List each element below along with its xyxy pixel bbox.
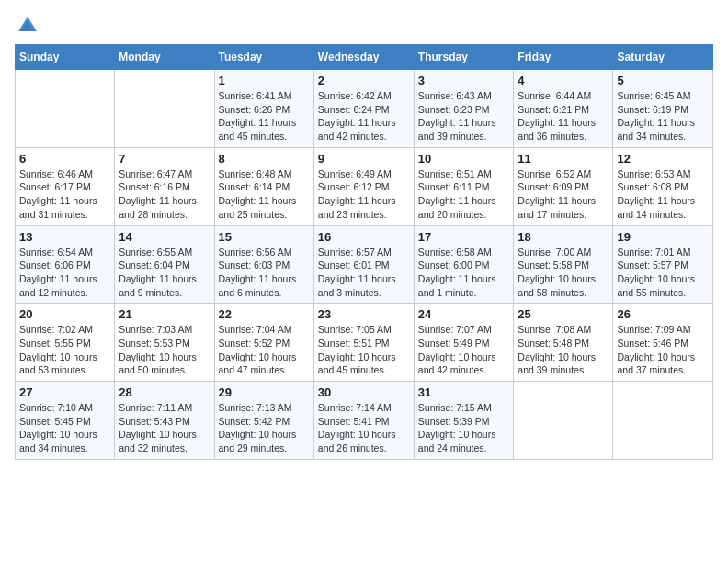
day-info: Sunrise: 6:49 AM Sunset: 6:12 PM Dayligh… <box>318 167 410 222</box>
day-info: Sunrise: 6:55 AM Sunset: 6:04 PM Dayligh… <box>119 246 210 300</box>
calendar-day-header: Saturday <box>613 45 713 70</box>
calendar-cell: 23Sunrise: 7:05 AM Sunset: 5:51 PM Dayli… <box>313 304 414 382</box>
day-number: 29 <box>219 385 310 399</box>
day-number: 12 <box>617 152 709 166</box>
calendar-cell: 2Sunrise: 6:42 AM Sunset: 6:24 PM Daylig… <box>313 70 414 148</box>
day-number: 20 <box>19 307 110 321</box>
day-number: 26 <box>617 307 709 321</box>
day-number: 4 <box>518 74 609 87</box>
day-number: 22 <box>219 307 310 321</box>
calendar-cell: 7Sunrise: 6:47 AM Sunset: 6:16 PM Daylig… <box>115 147 214 225</box>
calendar-week-row: 27Sunrise: 7:10 AM Sunset: 5:45 PM Dayli… <box>16 382 713 460</box>
day-info: Sunrise: 7:01 AM Sunset: 5:57 PM Dayligh… <box>617 246 709 300</box>
calendar-cell: 17Sunrise: 6:58 AM Sunset: 6:00 PM Dayli… <box>414 225 514 304</box>
day-number: 23 <box>318 307 410 321</box>
day-info: Sunrise: 6:46 AM Sunset: 6:17 PM Dayligh… <box>19 167 110 222</box>
day-number: 16 <box>318 230 410 244</box>
day-number: 21 <box>119 307 210 321</box>
calendar-day-header: Monday <box>115 45 214 70</box>
calendar-cell: 25Sunrise: 7:08 AM Sunset: 5:48 PM Dayli… <box>514 304 613 382</box>
day-info: Sunrise: 6:58 AM Sunset: 6:00 PM Dayligh… <box>418 246 510 300</box>
day-number: 24 <box>418 307 510 321</box>
day-number: 7 <box>119 152 210 166</box>
day-info: Sunrise: 7:03 AM Sunset: 5:53 PM Dayligh… <box>119 323 210 377</box>
day-info: Sunrise: 6:57 AM Sunset: 6:01 PM Dayligh… <box>318 246 410 300</box>
calendar-cell: 28Sunrise: 7:11 AM Sunset: 5:43 PM Dayli… <box>115 382 214 460</box>
day-info: Sunrise: 6:48 AM Sunset: 6:14 PM Dayligh… <box>219 167 310 222</box>
calendar-cell: 22Sunrise: 7:04 AM Sunset: 5:52 PM Dayli… <box>214 304 313 382</box>
day-info: Sunrise: 7:11 AM Sunset: 5:43 PM Dayligh… <box>119 401 210 455</box>
day-number: 11 <box>518 152 609 166</box>
day-number: 15 <box>219 230 310 244</box>
calendar-cell: 8Sunrise: 6:48 AM Sunset: 6:14 PM Daylig… <box>214 147 313 225</box>
calendar-cell: 20Sunrise: 7:02 AM Sunset: 5:55 PM Dayli… <box>16 304 115 382</box>
calendar-week-row: 1Sunrise: 6:41 AM Sunset: 6:26 PM Daylig… <box>16 70 713 148</box>
calendar-cell: 10Sunrise: 6:51 AM Sunset: 6:11 PM Dayli… <box>414 147 514 225</box>
calendar-cell: 29Sunrise: 7:13 AM Sunset: 5:42 PM Dayli… <box>214 382 313 460</box>
day-number: 17 <box>418 230 510 244</box>
calendar-cell: 31Sunrise: 7:15 AM Sunset: 5:39 PM Dayli… <box>414 382 514 460</box>
day-info: Sunrise: 6:42 AM Sunset: 6:24 PM Dayligh… <box>318 89 410 144</box>
day-number: 14 <box>119 230 210 244</box>
day-info: Sunrise: 7:13 AM Sunset: 5:42 PM Dayligh… <box>219 401 310 455</box>
calendar-cell: 15Sunrise: 6:56 AM Sunset: 6:03 PM Dayli… <box>214 225 313 304</box>
day-number: 25 <box>518 307 609 321</box>
day-number: 9 <box>318 152 410 166</box>
day-number: 8 <box>219 152 310 166</box>
day-info: Sunrise: 7:05 AM Sunset: 5:51 PM Dayligh… <box>318 323 410 377</box>
calendar-cell: 1Sunrise: 6:41 AM Sunset: 6:26 PM Daylig… <box>214 70 313 148</box>
calendar-cell <box>514 382 613 460</box>
day-number: 19 <box>617 230 709 244</box>
day-number: 30 <box>318 385 410 399</box>
day-number: 2 <box>318 74 410 87</box>
day-info: Sunrise: 7:02 AM Sunset: 5:55 PM Dayligh… <box>19 323 110 377</box>
day-info: Sunrise: 7:08 AM Sunset: 5:48 PM Dayligh… <box>518 323 609 377</box>
calendar-cell: 26Sunrise: 7:09 AM Sunset: 5:46 PM Dayli… <box>613 304 713 382</box>
day-info: Sunrise: 7:14 AM Sunset: 5:41 PM Dayligh… <box>318 401 410 455</box>
day-info: Sunrise: 6:41 AM Sunset: 6:26 PM Dayligh… <box>219 89 310 144</box>
calendar-day-header: Tuesday <box>214 45 313 70</box>
day-info: Sunrise: 7:09 AM Sunset: 5:46 PM Dayligh… <box>617 323 709 377</box>
calendar-cell: 5Sunrise: 6:45 AM Sunset: 6:19 PM Daylig… <box>613 70 713 148</box>
calendar-cell: 6Sunrise: 6:46 AM Sunset: 6:17 PM Daylig… <box>16 147 115 225</box>
calendar-cell <box>16 70 115 148</box>
day-info: Sunrise: 6:51 AM Sunset: 6:11 PM Dayligh… <box>418 167 510 222</box>
calendar-cell: 21Sunrise: 7:03 AM Sunset: 5:53 PM Dayli… <box>115 304 214 382</box>
calendar-cell: 30Sunrise: 7:14 AM Sunset: 5:41 PM Dayli… <box>313 382 414 460</box>
day-info: Sunrise: 6:52 AM Sunset: 6:09 PM Dayligh… <box>518 167 609 222</box>
calendar-cell: 19Sunrise: 7:01 AM Sunset: 5:57 PM Dayli… <box>613 225 713 304</box>
calendar-cell: 11Sunrise: 6:52 AM Sunset: 6:09 PM Dayli… <box>514 147 613 225</box>
page-header <box>15 15 713 37</box>
day-info: Sunrise: 7:00 AM Sunset: 5:58 PM Dayligh… <box>518 246 609 300</box>
day-info: Sunrise: 7:10 AM Sunset: 5:45 PM Dayligh… <box>19 401 110 455</box>
day-info: Sunrise: 6:43 AM Sunset: 6:23 PM Dayligh… <box>418 89 510 144</box>
day-info: Sunrise: 6:47 AM Sunset: 6:16 PM Dayligh… <box>119 167 210 222</box>
calendar-week-row: 13Sunrise: 6:54 AM Sunset: 6:06 PM Dayli… <box>16 225 713 304</box>
calendar-cell: 27Sunrise: 7:10 AM Sunset: 5:45 PM Dayli… <box>16 382 115 460</box>
day-info: Sunrise: 7:07 AM Sunset: 5:49 PM Dayligh… <box>418 323 510 377</box>
day-number: 28 <box>119 385 210 399</box>
calendar-cell: 16Sunrise: 6:57 AM Sunset: 6:01 PM Dayli… <box>313 225 414 304</box>
calendar-cell: 3Sunrise: 6:43 AM Sunset: 6:23 PM Daylig… <box>414 70 514 148</box>
logo <box>15 15 39 37</box>
calendar-table: SundayMondayTuesdayWednesdayThursdayFrid… <box>15 44 713 460</box>
calendar-day-header: Sunday <box>16 45 115 70</box>
day-number: 18 <box>518 230 609 244</box>
calendar-cell: 13Sunrise: 6:54 AM Sunset: 6:06 PM Dayli… <box>16 225 115 304</box>
calendar-header-row: SundayMondayTuesdayWednesdayThursdayFrid… <box>16 45 713 70</box>
calendar-cell: 18Sunrise: 7:00 AM Sunset: 5:58 PM Dayli… <box>514 225 613 304</box>
day-number: 10 <box>418 152 510 166</box>
day-number: 13 <box>19 230 110 244</box>
day-info: Sunrise: 6:53 AM Sunset: 6:08 PM Dayligh… <box>617 167 709 222</box>
logo-icon <box>17 15 39 37</box>
day-number: 27 <box>19 385 110 399</box>
day-number: 5 <box>617 74 709 87</box>
day-number: 1 <box>219 74 310 87</box>
day-info: Sunrise: 6:44 AM Sunset: 6:21 PM Dayligh… <box>518 89 609 144</box>
calendar-cell <box>115 70 214 148</box>
calendar-day-header: Thursday <box>414 45 514 70</box>
day-number: 31 <box>418 385 510 399</box>
calendar-week-row: 20Sunrise: 7:02 AM Sunset: 5:55 PM Dayli… <box>16 304 713 382</box>
day-number: 3 <box>418 74 510 87</box>
calendar-cell: 4Sunrise: 6:44 AM Sunset: 6:21 PM Daylig… <box>514 70 613 148</box>
